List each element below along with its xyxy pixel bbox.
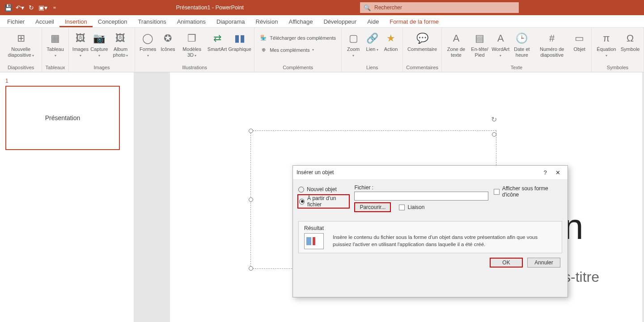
wordart-button[interactable]: AWordArt — [491, 30, 509, 59]
icons-icon: ✪ — [161, 31, 175, 46]
header-icon: ▤ — [473, 31, 487, 46]
icons-button[interactable]: ✪Icônes — [159, 30, 177, 53]
rotate-handle[interactable]: ↻ — [489, 115, 498, 124]
tab-format-forme[interactable]: Format de la forme — [384, 17, 444, 27]
checkbox-icon — [399, 205, 405, 210]
slidenum-icon: # — [545, 31, 559, 46]
ribbon-tab-strip: Fichier Accueil Insertion Conception Tra… — [0, 15, 644, 28]
object-icon: ▭ — [572, 31, 587, 46]
group-commentaires: 💬Commentaire Commentaires — [403, 28, 442, 72]
tab-developpeur[interactable]: Développeur — [318, 17, 362, 27]
group-diapositives: ⊞ Nouvelle diapositive Diapositives — [0, 28, 42, 72]
store-icon: 🏪 — [260, 35, 267, 41]
datetime-button[interactable]: 🕒Date et heure — [510, 30, 533, 59]
equation-icon: π — [599, 31, 614, 46]
photo-album-button[interactable]: 🖼Album photo — [109, 30, 132, 59]
textbox-button[interactable]: AZone de texte — [445, 30, 468, 59]
group-images: 🖼Images 📷Capture 🖼Album photo Images — [69, 28, 135, 72]
sel-handle[interactable] — [249, 129, 253, 133]
screenshot-icon: 📷 — [92, 31, 106, 46]
equation-button[interactable]: πÉquation — [594, 30, 619, 59]
group-illustrations: ◯Formes ✪Icônes ❒Modèles 3D ⇄SmartArt ▮▮… — [135, 28, 254, 72]
group-tableaux: ▦ Tableau Tableaux — [42, 28, 69, 72]
zoom-icon: ▢ — [346, 31, 360, 46]
link-button[interactable]: 🔗Lien — [363, 30, 381, 53]
browse-button[interactable]: Parcourir... — [354, 202, 391, 212]
tab-transitions[interactable]: Transitions — [133, 17, 172, 27]
symbol-button[interactable]: ΩSymbole — [619, 30, 641, 53]
result-icon — [304, 233, 324, 249]
sel-handle[interactable] — [492, 132, 496, 137]
my-addins-button[interactable]: ⊕Mes compléments ▾ — [257, 45, 317, 54]
tab-fichier[interactable]: Fichier — [2, 17, 30, 27]
chart-button[interactable]: ▮▮Graphique — [228, 30, 251, 53]
checkbox-icon — [494, 189, 499, 195]
link-checkbox[interactable]: Liaison — [399, 204, 424, 210]
search-icon: 🔍 — [364, 4, 371, 11]
tab-insertion[interactable]: Insertion — [59, 17, 93, 27]
slide-thumbnail-1[interactable]: Présentation — [5, 86, 120, 150]
tab-affichage[interactable]: Affichage — [283, 17, 318, 27]
group-symboles: πÉquation ΩSymbole Symboles — [592, 28, 644, 72]
object-button[interactable]: ▭Objet — [571, 30, 589, 53]
radio-new-object[interactable]: Nouvel objet — [298, 186, 349, 192]
group-liens: ▢Zoom 🔗Lien ★Action Liens — [342, 28, 403, 72]
cube-icon: ❒ — [185, 31, 199, 46]
result-label: Résultat — [304, 225, 556, 231]
save-button[interactable]: 💾 — [3, 2, 13, 13]
slide-subtitle-text[interactable]: s-titre — [564, 269, 599, 285]
qat-customize[interactable]: ＝ — [49, 2, 60, 13]
shapes-button[interactable]: ◯Formes — [138, 30, 158, 59]
comment-button[interactable]: 💬Commentaire — [406, 30, 439, 53]
table-button[interactable]: ▦ Tableau — [45, 30, 66, 59]
quick-access-toolbar: 💾 ↶▾ ↻ ▣▾ ＝ — [0, 2, 60, 13]
comment-icon: 💬 — [415, 31, 429, 46]
insert-object-dialog: Insérer un objet ? ✕ Nouvel objet À part… — [292, 165, 568, 297]
table-icon: ▦ — [48, 31, 63, 46]
file-path-input[interactable] — [354, 192, 488, 201]
images-button[interactable]: 🖼Images — [72, 30, 89, 59]
zoom-button[interactable]: ▢Zoom — [344, 30, 362, 59]
search-placeholder: Rechercher — [374, 4, 402, 11]
cancel-button[interactable]: Annuler — [527, 258, 560, 268]
dialog-titlebar: Insérer un objet ? ✕ — [293, 166, 568, 179]
search-box[interactable]: 🔍 Rechercher — [360, 2, 519, 13]
result-description: Insère le contenu du fichier sous la for… — [333, 234, 556, 248]
slideshow-button[interactable]: ▣▾ — [38, 2, 48, 13]
sel-handle[interactable] — [249, 266, 253, 271]
display-as-icon-checkbox[interactable]: Afficher sous forme d'icône — [494, 185, 562, 198]
tab-diaporama[interactable]: Diaporama — [211, 17, 250, 27]
wordart-icon: A — [493, 31, 508, 46]
dialog-help-button[interactable]: ? — [539, 167, 551, 178]
tab-animations[interactable]: Animations — [172, 17, 211, 27]
screenshot-button[interactable]: 📷Capture — [90, 30, 108, 59]
pictures-icon: 🖼 — [73, 31, 88, 46]
smartart-button[interactable]: ⇄SmartArt — [207, 30, 227, 53]
chart-icon: ▮▮ — [233, 31, 247, 46]
tab-revision[interactable]: Révision — [250, 17, 284, 27]
ok-button[interactable]: OK — [490, 258, 523, 268]
shapes-icon: ◯ — [141, 31, 155, 46]
tab-conception[interactable]: Conception — [93, 17, 133, 27]
new-slide-button[interactable]: ⊞ Nouvelle diapositive — [3, 30, 39, 59]
tab-accueil[interactable]: Accueil — [30, 17, 59, 27]
sel-handle[interactable] — [249, 197, 253, 202]
radio-from-file[interactable]: À partir d'un fichier — [297, 194, 350, 209]
redo-button[interactable]: ↻ — [26, 2, 37, 13]
tab-aide[interactable]: Aide — [362, 17, 384, 27]
slide-number-button[interactable]: #Numéro de diapositive — [534, 30, 570, 59]
dialog-title: Insérer un objet — [297, 169, 334, 176]
link-icon: 🔗 — [365, 31, 379, 46]
titlebar: 💾 ↶▾ ↻ ▣▾ ＝ Présentation1 - PowerPoint 🔍… — [0, 0, 644, 15]
addins-icon: ⊕ — [260, 47, 267, 53]
action-button[interactable]: ★Action — [382, 30, 400, 53]
3d-models-button[interactable]: ❒Modèles 3D — [178, 30, 206, 59]
get-addins-button[interactable]: 🏪Télécharger des compléments — [257, 33, 339, 42]
album-icon: 🖼 — [113, 31, 127, 46]
header-footer-button[interactable]: ▤En-tête/ Pied — [469, 30, 491, 59]
textbox-icon: A — [449, 31, 463, 46]
undo-button[interactable]: ↶▾ — [14, 2, 25, 13]
slide-thumbnail-panel: 1 Présentation — [0, 72, 134, 322]
dialog-close-button[interactable]: ✕ — [551, 167, 564, 178]
radio-icon — [299, 199, 305, 205]
